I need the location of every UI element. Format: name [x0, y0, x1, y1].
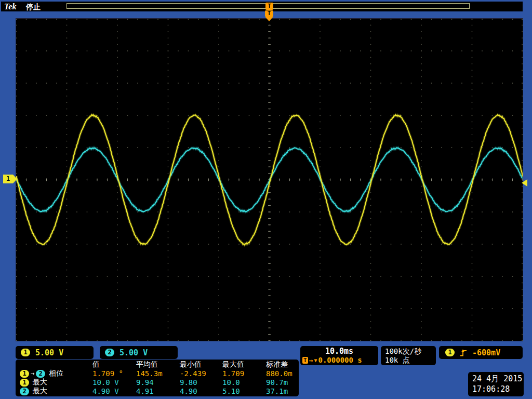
oscilloscope-display: Tek 停止 T T 1 1 5.00 V 2 5.00 V 10.0ms T … — [0, 0, 532, 399]
trigger-position-marker-icon: T — [265, 3, 273, 10]
measurement-name: 最大 — [33, 387, 47, 396]
phase-max: 1.709 — [219, 369, 263, 378]
datetime-readout: 24 4月 2015 17:06:28 — [468, 372, 524, 396]
measurement-source-label: 1 最大 — [16, 378, 89, 387]
phase-min: -2.439 — [177, 369, 219, 378]
timebase-value: 10.0ms — [300, 346, 378, 356]
right-arrow-icon: → — [31, 370, 34, 377]
down-triangle-icon: ▼ — [314, 357, 317, 364]
horizontal-readout: 10.0ms T → ▼ 0.000000 s — [300, 346, 378, 365]
measurement-name: 最大 — [33, 378, 47, 387]
ch1-scale-value: 5.00 V — [35, 348, 63, 357]
trigger-readout: 1 -600mV — [439, 346, 523, 359]
trigger-level-arrow-icon — [522, 179, 527, 187]
ch1-badge: 1 — [21, 349, 30, 356]
header-max: 最大值 — [219, 360, 263, 369]
tek-logo: Tek — [4, 2, 16, 11]
trigger-position-flag: T — [265, 10, 273, 21]
measurement-row-ch1-max: 1 最大 10.0 V 9.94 9.80 10.0 90.7m — [16, 378, 299, 387]
ch1-max-value: 10.0 V — [89, 378, 133, 387]
measurement-source-label: 1 → 2 相位 — [16, 369, 89, 378]
measurement-row-ch2-max: 2 最大 4.90 V 4.91 4.90 5.10 37.1m — [16, 387, 299, 395]
trigger-flag-arrow-icon — [265, 17, 273, 21]
record-length-value: 10k 点 — [385, 356, 436, 365]
trigger-level-value: -600mV — [472, 348, 500, 357]
acquisition-status: 停止 — [26, 3, 41, 12]
ch1-badge: 1 — [20, 370, 29, 378]
waveform-canvas — [16, 19, 523, 341]
ch1-max-stddev: 90.7m — [263, 378, 299, 387]
trigger-marker-mini-icon: T — [302, 357, 308, 364]
header-min: 最小值 — [177, 360, 219, 369]
rising-edge-icon — [460, 349, 467, 357]
header-mean: 平均值 — [133, 360, 177, 369]
trigger-position-readout: T → ▼ 0.000000 s — [300, 356, 378, 364]
ch1-ground-marker: 1 — [3, 175, 17, 183]
graticule — [16, 18, 523, 341]
phase-mean: 145.3m — [133, 369, 177, 378]
ch1-scale-readout: 1 5.00 V — [16, 346, 94, 359]
ch1-max-min: 9.80 — [177, 378, 219, 387]
ch2-max-min: 4.90 — [177, 387, 219, 395]
measurement-row-phase: 1 → 2 相位 1.709 ° 145.3m -2.439 1.709 880… — [16, 369, 299, 378]
ch2-scale-value: 5.00 V — [119, 348, 148, 357]
ch2-max-max: 5.10 — [219, 387, 263, 395]
ch2-badge: 2 — [105, 349, 114, 356]
ch2-max-value: 4.90 V — [89, 387, 133, 395]
ch2-scale-readout: 2 5.00 V — [100, 346, 178, 359]
trigger-position-value: 0.000000 s — [318, 356, 362, 364]
sample-rate-value: 100k次/秒 — [385, 347, 436, 356]
phase-stddev: 880.0m — [263, 369, 299, 378]
top-status-bar: Tek 停止 T — [1, 2, 523, 11]
right-arrow-icon: → — [309, 357, 313, 364]
ch2-max-mean: 4.91 — [133, 387, 177, 395]
measurement-source-label: 2 最大 — [16, 387, 89, 396]
phase-value: 1.709 ° — [89, 369, 133, 378]
measurements-panel: 值 平均值 最小值 最大值 标准差 1 → 2 相位 1.709 ° 145.3… — [16, 360, 299, 396]
date-value: 24 4月 2015 — [472, 374, 524, 384]
ch1-max-max: 10.0 — [219, 378, 263, 387]
ch1-max-mean: 9.94 — [133, 378, 177, 387]
time-value: 17:06:28 — [472, 384, 524, 394]
ch2-badge: 2 — [36, 370, 45, 378]
ch1-badge: 1 — [20, 379, 29, 387]
trigger-flag-label: T — [265, 10, 273, 17]
measurement-name: 相位 — [49, 369, 63, 378]
trigger-source-badge: 1 — [445, 349, 455, 356]
acquisition-readout: 100k次/秒 10k 点 — [381, 346, 436, 365]
ch2-badge: 2 — [20, 388, 29, 395]
header-value: 值 — [89, 360, 133, 369]
measurements-header-row: 值 平均值 最小值 最大值 标准差 — [16, 360, 299, 369]
ch2-max-stddev: 37.1m — [263, 387, 299, 395]
header-stddev: 标准差 — [263, 360, 299, 369]
